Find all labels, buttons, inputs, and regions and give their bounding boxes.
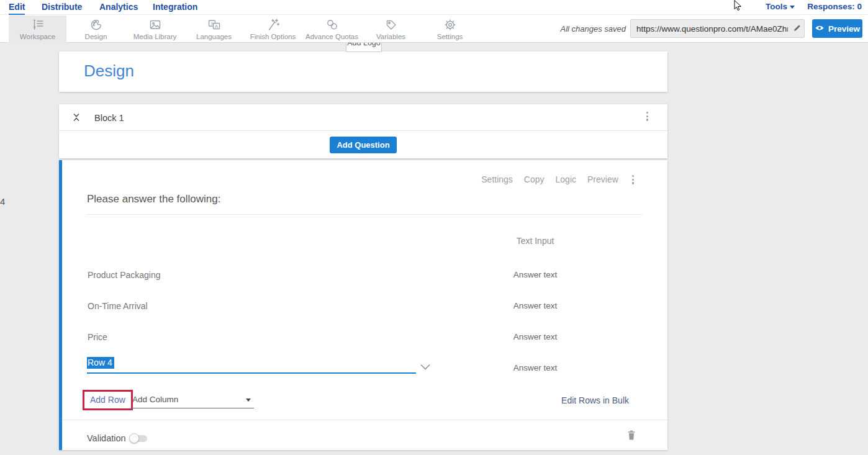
eye-icon (815, 24, 825, 34)
preview-label: Preview (828, 24, 860, 34)
tag-icon (384, 18, 398, 32)
translate-icon: xA (207, 18, 221, 32)
answer-placeholder-4[interactable]: Answer text (458, 363, 613, 372)
preview-button[interactable]: Preview (812, 19, 862, 38)
block-panel: Block 1 Add Question (59, 104, 667, 158)
answer-placeholder-2[interactable]: Answer text (458, 301, 613, 310)
answer-placeholder-3[interactable]: Answer text (458, 332, 613, 341)
question-settings-button[interactable]: Settings (481, 174, 513, 184)
palette-icon (89, 18, 103, 32)
column-header-text-input[interactable]: Text Input (458, 236, 613, 246)
question-title[interactable]: Please answer the following: (87, 193, 220, 205)
block-menu-kebab-icon[interactable] (644, 109, 651, 124)
question-preview-button[interactable]: Preview (587, 174, 618, 184)
workspace-icon (31, 18, 45, 32)
top-menubar: Edit Distribute Analytics Integration To… (0, 0, 868, 15)
question-copy-button[interactable]: Copy (524, 174, 545, 184)
validation-label: Validation (87, 433, 126, 443)
menu-edit[interactable]: Edit (9, 0, 25, 15)
question-title-wrap: Please answer the following: (87, 193, 643, 215)
tab-finish-options[interactable]: Finish Options (243, 16, 302, 43)
row-4-selected-text: Row 4 (87, 357, 114, 369)
question-logic-button[interactable]: Logic (556, 174, 576, 184)
tab-media-library[interactable]: Media Library (125, 16, 184, 43)
tab-workspace[interactable]: Workspace (9, 16, 66, 43)
tools-menu[interactable]: Tools (766, 2, 795, 11)
survey-url-box (630, 19, 805, 38)
app-header: Edit Distribute Analytics Integration To… (0, 0, 868, 43)
add-row-button[interactable]: Add Row (84, 392, 131, 408)
tab-languages[interactable]: xA Languages (184, 16, 243, 43)
image-icon (148, 18, 162, 32)
block-header: Block 1 (59, 104, 667, 131)
svg-text:A: A (214, 24, 217, 29)
tab-design[interactable]: Design (66, 16, 125, 43)
row-label-1[interactable]: Product Packaging (88, 270, 161, 280)
tab-label: Media Library (133, 33, 177, 40)
question-menu-kebab-icon[interactable] (630, 173, 636, 187)
page-title: Design (84, 61, 134, 81)
gear-icon (443, 18, 457, 32)
edit-url-pencil-icon[interactable] (790, 23, 804, 35)
menu-analytics[interactable]: Analytics (99, 0, 138, 15)
question-actions: Settings Copy Logic Preview (481, 173, 636, 187)
menu-integration[interactable]: Integration (153, 0, 197, 15)
row-label-2[interactable]: On-Time Arrival (88, 301, 148, 311)
add-question-button[interactable]: Add Question (330, 137, 396, 153)
validation-toggle[interactable] (130, 435, 147, 442)
tab-advance-quotas[interactable]: Advance Quotas (302, 16, 361, 43)
tab-label: Languages (196, 33, 232, 40)
wand-icon (266, 18, 280, 32)
question-card: Settings Copy Logic Preview Please answe… (59, 160, 667, 450)
collapse-block-icon[interactable] (71, 112, 81, 125)
answer-placeholder-1[interactable]: Answer text (458, 270, 613, 279)
add-question-row: Add Question (59, 132, 667, 158)
tab-settings[interactable]: Settings (420, 16, 479, 43)
chevron-down-icon (790, 6, 795, 9)
add-row-highlight: Add Row (83, 390, 133, 410)
design-panel: Design (59, 52, 667, 92)
question-number: 4 (0, 196, 5, 207)
add-column-label: Add Column (132, 395, 178, 404)
tools-label: Tools (766, 2, 787, 11)
validation-row: Validation (62, 420, 667, 450)
add-column-dropdown[interactable]: Add Column (131, 394, 254, 408)
toggle-knob (129, 433, 139, 443)
links-icon (325, 18, 339, 32)
responses-count[interactable]: Responses: 0 (807, 2, 862, 11)
delete-question-trash-icon[interactable] (626, 430, 636, 443)
toolbar-tabs: Workspace Design Media Library xA Langua… (9, 16, 479, 43)
block-title: Block 1 (94, 113, 124, 123)
row-4-input[interactable]: Row 4 (87, 358, 416, 374)
edit-rows-in-bulk-link[interactable]: Edit Rows in Bulk (561, 395, 629, 405)
menu-distribute[interactable]: Distribute (42, 0, 82, 15)
tab-label: Finish Options (250, 33, 296, 40)
tab-label: Workspace (20, 33, 55, 40)
tab-label: Advance Quotas (305, 33, 358, 40)
tab-label: Settings (437, 33, 463, 40)
save-status: All changes saved (554, 24, 626, 34)
tab-variables[interactable]: Variables (361, 16, 420, 43)
dropdown-arrow-icon (246, 399, 251, 402)
row-label-3[interactable]: Price (88, 332, 107, 342)
row-4-chevron-down-icon[interactable] (420, 363, 431, 374)
survey-url-input[interactable] (631, 24, 790, 34)
tab-label: Variables (376, 33, 405, 40)
tab-label: Design (85, 33, 107, 40)
